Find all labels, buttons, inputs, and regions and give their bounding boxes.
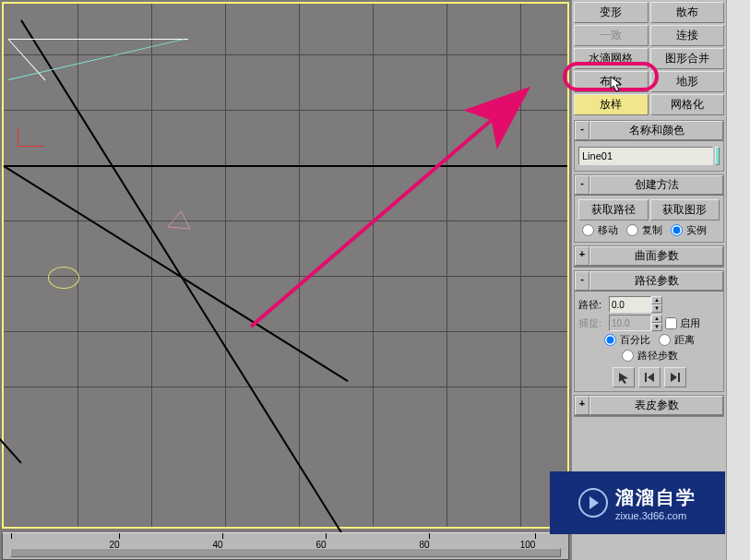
pathsteps-radio[interactable] (622, 350, 634, 362)
rollup-title[interactable]: 路径参数 (589, 271, 723, 291)
play-icon (578, 488, 608, 518)
rollup-title[interactable]: 创建方法 (589, 175, 723, 195)
blobmesh-button[interactable]: 水滴网格 (574, 48, 649, 69)
watermark-url: zixue.3d66.com (615, 510, 696, 521)
object-name-input[interactable] (578, 147, 713, 165)
get-path-button[interactable]: 获取路径 (578, 199, 649, 220)
surface-params-rollup: + 曲面参数 (574, 245, 724, 268)
snap-label: 捕捉: (578, 316, 606, 330)
deform-button[interactable]: 变形 (574, 2, 649, 23)
spin-up: ▲ (651, 315, 662, 323)
circle-shape[interactable] (48, 267, 79, 289)
rollup-title[interactable]: 曲面参数 (589, 246, 723, 266)
rollup-title[interactable]: 名称和颜色 (589, 121, 723, 140)
path-label: 路径: (578, 298, 606, 312)
instance-radio[interactable] (671, 224, 683, 236)
mesher-button[interactable]: 网格化 (650, 94, 725, 115)
cursor-pointer-icon (610, 76, 625, 94)
pick-shape-icon[interactable] (613, 367, 635, 387)
scatter-button[interactable]: 散布 (650, 2, 725, 23)
svg-marker-0 (168, 211, 190, 229)
timeline[interactable]: 20 40 60 80 100 (2, 532, 569, 560)
distance-radio[interactable] (659, 334, 671, 346)
rollup-title[interactable]: 表皮参数 (589, 396, 723, 415)
conform-button: 一致 (574, 25, 649, 46)
enable-snap-checkbox[interactable] (665, 317, 677, 329)
axis-gizmo[interactable] (18, 133, 45, 161)
rollup-toggle[interactable]: + (575, 246, 589, 266)
name-color-rollup: - 名称和颜色 (574, 120, 724, 172)
object-color-swatch[interactable] (715, 147, 720, 165)
shapemerge-button[interactable]: 图形合并 (650, 48, 725, 69)
skin-params-rollup: + 表皮参数 (574, 395, 724, 417)
loft-button[interactable]: 放样 (574, 94, 649, 115)
watermark-title: 溜溜自学 (615, 485, 696, 510)
svg-rect-5 (678, 373, 680, 382)
annotation-arrow (4, 4, 567, 527)
rollup-toggle[interactable]: + (575, 396, 589, 415)
rollup-toggle[interactable]: - (575, 175, 589, 195)
spin-down[interactable]: ▼ (651, 304, 662, 313)
svg-marker-4 (648, 373, 654, 382)
prev-shape-icon[interactable] (638, 367, 661, 387)
move-radio[interactable] (582, 224, 594, 236)
svg-marker-6 (671, 373, 677, 382)
copy-radio[interactable] (626, 224, 638, 236)
triangle-shape[interactable] (165, 209, 193, 231)
svg-line-2 (251, 91, 525, 327)
path-params-rollup: - 路径参数 路径: ▲▼ 捕捉: ▲▼ (574, 270, 724, 392)
next-shape-icon[interactable] (664, 367, 686, 387)
svg-rect-3 (645, 373, 647, 382)
get-shape-button[interactable]: 获取图形 (650, 199, 720, 220)
terrain-button[interactable]: 地形 (650, 71, 725, 92)
snap-value-input (609, 315, 651, 331)
spin-down: ▼ (651, 323, 662, 331)
spin-up[interactable]: ▲ (651, 296, 662, 304)
viewport[interactable] (2, 2, 569, 529)
timeline-slider[interactable] (10, 548, 561, 557)
watermark: 溜溜自学 zixue.3d66.com (550, 471, 725, 534)
rollup-toggle[interactable]: - (575, 271, 589, 291)
rollup-toggle[interactable]: - (575, 121, 589, 140)
connect-button[interactable]: 连接 (650, 25, 725, 46)
creation-method-rollup: - 创建方法 获取路径 获取图形 移动 复制 实例 (574, 174, 724, 243)
percent-radio[interactable] (604, 334, 616, 346)
path-value-input[interactable] (609, 296, 651, 313)
